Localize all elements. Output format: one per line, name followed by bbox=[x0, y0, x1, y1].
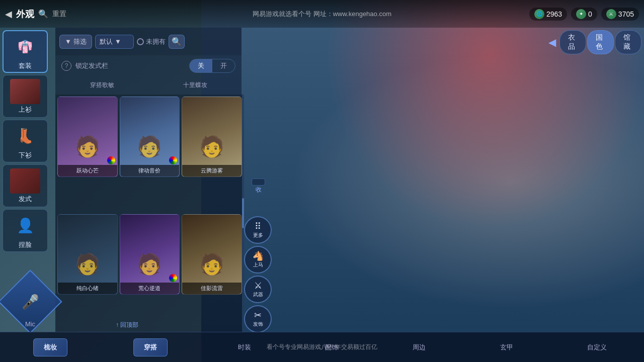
costume-card-6-inner: 🧑 佳影流雷 bbox=[182, 215, 242, 294]
currency-2-icon: ✦ bbox=[576, 9, 586, 19]
costume-card-1-inner: 🧑 跃动心芒 bbox=[58, 97, 117, 176]
currency-3[interactable]: ⚔ 3705 bbox=[601, 8, 639, 21]
sidebar-item-costume[interactable]: 👘 套装 bbox=[3, 30, 48, 73]
costume-card-5[interactable]: 🧑 荒心逆道 bbox=[120, 214, 180, 295]
hair-thumb bbox=[10, 168, 40, 194]
lock-label: 锁定发式栏 bbox=[75, 61, 108, 70]
sort-select[interactable]: 默认 ▼ bbox=[95, 35, 134, 49]
mic-icon: 🎤 bbox=[21, 294, 39, 310]
bottom-btn-armor[interactable]: 玄甲 bbox=[496, 341, 517, 354]
search-icon[interactable]: 🔍 bbox=[38, 9, 48, 19]
help-text: ? bbox=[65, 62, 68, 69]
reset-button[interactable]: 重置 bbox=[52, 10, 66, 19]
mount-button[interactable]: 🐴 上马 bbox=[244, 246, 272, 274]
currency-2-value: 0 bbox=[588, 10, 592, 18]
bottom-btn-accessories[interactable]: 配饰 bbox=[321, 341, 342, 354]
sidebar-label-hair: 发式 bbox=[19, 195, 32, 204]
currency-1-icon: 🌐 bbox=[534, 9, 544, 19]
right-tab-clothing[interactable]: 衣品 bbox=[559, 30, 586, 54]
not-owned-filter[interactable]: 未拥有 bbox=[137, 37, 166, 46]
accessory-icon: ✂ bbox=[254, 311, 262, 320]
costume-card-2-inner: 🧑 律动音价 bbox=[120, 97, 180, 176]
bottom-btn-fashion[interactable]: 时装 bbox=[234, 341, 255, 354]
right-tab-color[interactable]: 国色 bbox=[587, 30, 614, 54]
color-dot-5 bbox=[169, 274, 177, 282]
currency-1[interactable]: 🌐 2963 bbox=[529, 8, 567, 21]
sidebar-item-top[interactable]: 上衫 bbox=[3, 75, 48, 118]
accessory-button[interactable]: ✂ 发饰 bbox=[244, 305, 272, 333]
toggle-group: 关 开 bbox=[189, 59, 235, 73]
sidebar-label-costume: 套装 bbox=[19, 61, 32, 70]
help-icon[interactable]: ? bbox=[61, 61, 71, 71]
currency-1-value: 2963 bbox=[546, 10, 562, 18]
watermark-top: 网易游戏就选看个号 网址：www.kengehao.com bbox=[253, 10, 391, 19]
toggle-off-button[interactable]: 关 bbox=[190, 59, 212, 72]
costume-label-6: 佳影流雷 bbox=[182, 283, 242, 294]
costume-card-1[interactable]: 🧑 跃动心芒 bbox=[57, 97, 118, 177]
filter-label: 筛选 bbox=[73, 37, 87, 46]
sidebar-label-face: 捏脸 bbox=[19, 240, 32, 249]
weapon-label: 武器 bbox=[253, 291, 263, 298]
right-tab-collection[interactable]: 馆藏 bbox=[615, 30, 641, 54]
back-to-top-button[interactable]: ↑ 回顶部 bbox=[116, 321, 138, 329]
bottom-btn-grooming[interactable]: 梳妆 bbox=[33, 338, 67, 356]
right-panel-prev-icon[interactable]: ◀ bbox=[546, 34, 558, 51]
dropdown-icon: ▼ bbox=[115, 38, 121, 45]
weapon-icon: ⚔ bbox=[254, 281, 262, 290]
costume-label-5: 荒心逆道 bbox=[120, 283, 180, 294]
tab-category-1[interactable]: 穿搭歌敏 bbox=[55, 77, 148, 95]
tab-category-2[interactable]: 十里蝶攻 bbox=[148, 77, 242, 95]
sort-label: 默认 bbox=[100, 37, 113, 46]
filter-bar: ▼ 筛选 默认 ▼ 未拥有 🔍 bbox=[55, 28, 242, 55]
back-button[interactable]: ◀ bbox=[5, 9, 12, 20]
top-bar: ◀ 外观 🔍 重置 网易游戏就选看个号 网址：www.kengehao.com … bbox=[0, 0, 644, 28]
bottom-btn-surroundings[interactable]: 周边 bbox=[409, 341, 430, 354]
more-label: 更多 bbox=[253, 232, 263, 239]
currency-area: 🌐 2963 ✦ 0 ⚔ 3705 bbox=[529, 8, 639, 21]
sidebar-item-hair[interactable]: 发式 bbox=[3, 164, 48, 207]
more-icon: ⠿ bbox=[255, 222, 261, 231]
color-dot-2 bbox=[169, 156, 177, 164]
sidebar-label-bottom: 下衫 bbox=[19, 151, 32, 160]
costume-card-5-inner: 🧑 荒心逆道 bbox=[120, 215, 180, 294]
costume-card-3[interactable]: 🧑 云腾游雾 bbox=[182, 97, 242, 177]
bottom-btn-outfit[interactable]: 穿搭 bbox=[133, 338, 168, 356]
filter-icon: ▼ bbox=[65, 38, 71, 45]
costume-card-3-inner: 🧑 云腾游雾 bbox=[182, 97, 242, 176]
costume-label-3: 云腾游雾 bbox=[182, 165, 242, 176]
costume-card-6[interactable]: 🧑 佳影流雷 bbox=[182, 214, 242, 295]
currency-3-value: 3705 bbox=[618, 10, 634, 18]
accessory-label: 发饰 bbox=[253, 321, 263, 328]
mic-area: 🎤 Mic bbox=[0, 266, 70, 332]
mic-diamond: 🎤 Mic bbox=[0, 272, 60, 332]
toggle-on-button[interactable]: 开 bbox=[212, 59, 235, 72]
costume-thumb: 👘 bbox=[10, 33, 40, 60]
filter-button[interactable]: ▼ 筛选 bbox=[59, 35, 92, 49]
sidebar-item-face[interactable]: 👤 捏脸 bbox=[3, 209, 48, 252]
page-title: 外观 bbox=[16, 8, 34, 20]
sidebar-item-bottom[interactable]: 👢 下衫 bbox=[3, 120, 48, 162]
radio-icon bbox=[137, 38, 144, 45]
mount-label: 上马 bbox=[253, 261, 263, 268]
float-action-buttons: ⠿ 更多 🐴 上马 ⚔ 武器 ✂ 发饰 bbox=[244, 176, 272, 333]
face-thumb: 👤 bbox=[10, 212, 40, 239]
mount-icon: 🐴 bbox=[253, 251, 264, 260]
mic-label: Mic bbox=[0, 320, 60, 328]
bottom-thumb: 👢 bbox=[10, 122, 40, 150]
weapon-button[interactable]: ⚔ 武器 bbox=[244, 276, 272, 303]
top-thumb bbox=[10, 79, 40, 104]
category-tabs: 穿搭歌敏 十里蝶攻 bbox=[55, 76, 242, 95]
costume-grid: 🧑 跃动心芒 🧑 律动音价 🧑 云腾游雾 🧑 纯白心绪 🧑 荒心逆道 bbox=[55, 95, 244, 332]
right-tabs: ◀ 衣品 国色 馆藏 bbox=[543, 28, 644, 57]
search-magnifier-icon: 🔍 bbox=[172, 37, 182, 46]
more-button[interactable]: ⠿ 更多 bbox=[244, 216, 272, 244]
costume-card-2[interactable]: 🧑 律动音价 bbox=[120, 97, 180, 177]
search-button[interactable]: 🔍 bbox=[169, 35, 185, 49]
bottom-btn-custom[interactable]: 自定义 bbox=[583, 341, 611, 354]
right-panel: ◀ 衣品 国色 馆藏 bbox=[543, 28, 644, 57]
costume-label-1: 跃动心芒 bbox=[58, 165, 117, 176]
lock-hair-bar: ? 锁定发式栏 关 开 bbox=[55, 55, 242, 76]
currency-2[interactable]: ✦ 0 bbox=[571, 8, 597, 21]
bottom-bar: 梳妆 穿搭 时装 看个号专业网易游戏八年 年交易额过百亿 配饰 周边 玄甲 自定… bbox=[0, 332, 644, 362]
currency-3-icon: ⚔ bbox=[606, 9, 616, 19]
